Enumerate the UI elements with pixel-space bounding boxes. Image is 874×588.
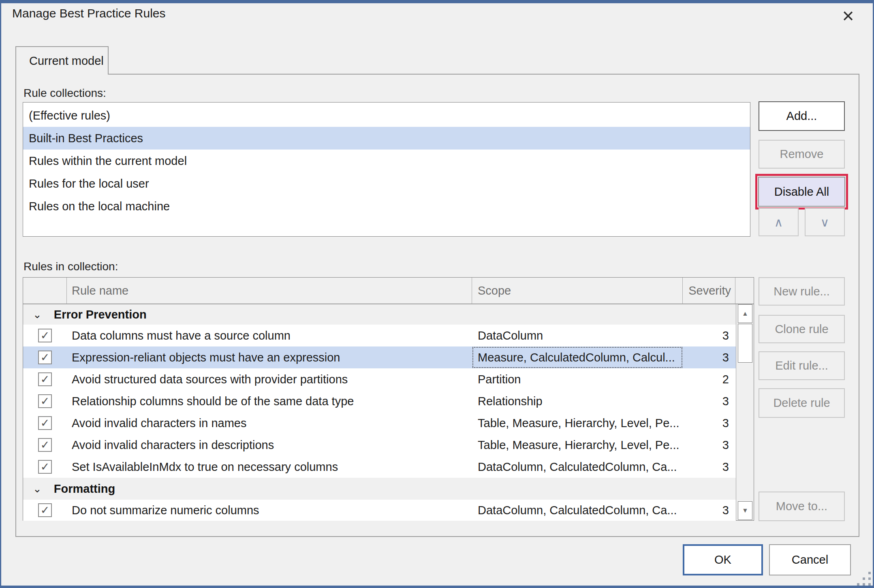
table-row[interactable]: ✓ Data columns must have a source column… xyxy=(23,325,736,346)
check-icon: ✓ xyxy=(41,352,50,363)
rule-scope: Table, Measure, Hierarchy, Level, Pe... xyxy=(472,434,683,456)
move-up-button[interactable]: ∧ xyxy=(759,208,799,236)
rule-checkbox[interactable]: ✓ xyxy=(38,329,52,342)
chevron-down-icon: ⌄ xyxy=(33,483,42,494)
rule-checkbox[interactable]: ✓ xyxy=(38,438,52,452)
ok-button[interactable]: OK xyxy=(683,544,763,575)
rule-name: Avoid invalid characters in descriptions xyxy=(67,434,472,456)
rule-name: Do not summarize numeric columns xyxy=(67,500,472,521)
rule-severity: 3 xyxy=(683,434,735,456)
annotation-highlight-box: Disable All xyxy=(755,174,848,210)
check-icon: ✓ xyxy=(41,396,50,407)
rule-severity: 3 xyxy=(683,500,735,521)
rule-scope-focused: Measure, CalculatedColumn, Calcul... xyxy=(472,346,683,368)
rule-collections-listbox[interactable]: (Effective rules) Built-in Best Practice… xyxy=(23,102,750,237)
check-icon: ✓ xyxy=(41,505,50,516)
rule-scope: Partition xyxy=(472,368,683,390)
dialog-title: Manage Best Practice Rules xyxy=(12,6,166,20)
header-checkbox-column xyxy=(23,278,67,304)
table-row[interactable]: ✓ Set IsAvailableInMdx to true on necess… xyxy=(23,456,736,478)
scroll-down-icon: ▼ xyxy=(742,507,748,514)
rule-scope: DataColumn, CalculatedColumn, Ca... xyxy=(472,500,683,521)
table-row[interactable]: ✓ Avoid structured data sources with pro… xyxy=(23,368,736,390)
rule-name: Avoid invalid characters in names xyxy=(67,412,472,434)
clone-rule-button[interactable]: Clone rule xyxy=(759,315,845,343)
table-row[interactable]: ✓ Avoid invalid characters in descriptio… xyxy=(23,434,736,456)
list-item-effective-rules[interactable]: (Effective rules) xyxy=(23,104,750,127)
list-item-rules-current-model[interactable]: Rules within the current model xyxy=(23,150,750,172)
rule-checkbox[interactable]: ✓ xyxy=(38,460,52,474)
close-icon: × xyxy=(842,4,854,28)
down-caret-icon: ∨ xyxy=(821,215,829,229)
manage-best-practice-rules-dialog: Manage Best Practice Rules × Current mod… xyxy=(0,0,874,588)
check-icon: ✓ xyxy=(41,374,50,385)
rule-checkbox[interactable]: ✓ xyxy=(38,416,52,430)
new-rule-button[interactable]: New rule... xyxy=(759,277,845,306)
rules-table-body: ⌄ Error Prevention ✓ Data columns must h… xyxy=(23,304,736,520)
rules-table-header: Rule name Scope Severity xyxy=(23,278,754,304)
scroll-up-icon: ▲ xyxy=(742,310,748,317)
rule-severity: 3 xyxy=(683,456,735,478)
rule-severity: 3 xyxy=(683,390,735,412)
rule-severity: 2 xyxy=(683,368,735,390)
rule-scope: Relationship xyxy=(472,390,683,412)
table-row[interactable]: ✓ Relationship columns should be of the … xyxy=(23,390,736,412)
rule-name: Data columns must have a source column xyxy=(67,325,472,346)
rule-severity: 3 xyxy=(683,346,735,368)
rules-table: Rule name Scope Severity ⌄ Error Prevent… xyxy=(23,277,754,521)
table-row-selected[interactable]: ✓ Expression-reliant objects must have a… xyxy=(23,346,736,368)
check-icon: ✓ xyxy=(41,462,50,473)
header-scrollbar-column xyxy=(735,278,753,304)
cancel-button[interactable]: Cancel xyxy=(769,544,851,575)
group-header-error-prevention[interactable]: ⌄ Error Prevention xyxy=(23,304,736,325)
add-button[interactable]: Add... xyxy=(759,101,845,131)
rule-checkbox[interactable]: ✓ xyxy=(38,372,52,386)
rule-scope: DataColumn, CalculatedColumn, Ca... xyxy=(472,456,683,478)
rule-scope: DataColumn xyxy=(472,325,683,346)
rule-name: Expression-reliant objects must have an … xyxy=(67,346,472,368)
group-header-formatting[interactable]: ⌄ Formatting xyxy=(23,478,736,500)
header-severity[interactable]: Severity xyxy=(683,278,735,304)
rule-name: Avoid structured data sources with provi… xyxy=(67,368,472,390)
table-row[interactable]: ✓ Do not summarize numeric columns DataC… xyxy=(23,500,736,521)
delete-rule-button[interactable]: Delete rule xyxy=(759,388,845,418)
move-to-button[interactable]: Move to... xyxy=(759,492,845,521)
scroll-up-button[interactable]: ▲ xyxy=(738,304,752,323)
list-item-built-in-best-practices[interactable]: Built-in Best Practices xyxy=(23,127,750,150)
rule-name: Set IsAvailableInMdx to true on necessar… xyxy=(67,456,472,478)
header-rule-name[interactable]: Rule name xyxy=(67,278,472,304)
rule-checkbox[interactable]: ✓ xyxy=(38,351,52,364)
move-down-button[interactable]: ∨ xyxy=(805,208,845,236)
tab-label: Current model xyxy=(29,54,104,68)
rule-checkbox[interactable]: ✓ xyxy=(38,503,52,517)
check-icon: ✓ xyxy=(41,418,50,429)
check-icon: ✓ xyxy=(41,330,50,341)
scrollbar-thumb[interactable] xyxy=(738,324,752,363)
tab-current-model[interactable]: Current model xyxy=(15,46,109,75)
rule-severity: 3 xyxy=(683,412,735,434)
table-scrollbar[interactable]: ▲ ▼ xyxy=(736,304,754,520)
edit-rule-button[interactable]: Edit rule... xyxy=(759,351,845,380)
list-item-rules-local-machine[interactable]: Rules on the local machine xyxy=(23,195,750,218)
remove-button[interactable]: Remove xyxy=(759,140,845,169)
list-item-rules-local-user[interactable]: Rules for the local user xyxy=(23,172,750,195)
rule-scope: Table, Measure, Hierarchy, Level, Pe... xyxy=(472,412,683,434)
rule-checkbox[interactable]: ✓ xyxy=(38,394,52,408)
group-name: Error Prevention xyxy=(54,308,147,321)
rule-severity: 3 xyxy=(683,325,735,346)
resize-grip[interactable] xyxy=(855,570,871,586)
group-name: Formatting xyxy=(54,482,115,496)
rule-collections-label: Rule collections: xyxy=(24,87,106,100)
header-scope[interactable]: Scope xyxy=(472,278,683,304)
chevron-down-icon: ⌄ xyxy=(33,309,42,320)
disable-all-button[interactable]: Disable All xyxy=(758,177,845,207)
table-row[interactable]: ✓ Avoid invalid characters in names Tabl… xyxy=(23,412,736,434)
rules-in-collection-label: Rules in collection: xyxy=(24,260,118,273)
up-caret-icon: ∧ xyxy=(774,215,783,229)
rule-name: Relationship columns should be of the sa… xyxy=(67,390,472,412)
close-button[interactable]: × xyxy=(834,3,862,28)
check-icon: ✓ xyxy=(41,440,50,451)
scroll-down-button[interactable]: ▼ xyxy=(738,501,752,520)
